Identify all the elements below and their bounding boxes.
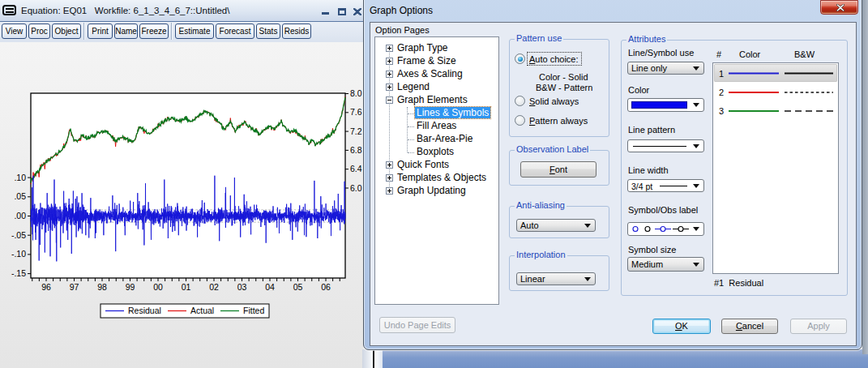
svg-text:6.0: 6.0 [350, 183, 362, 193]
svg-text:-.10: -.10 [11, 249, 26, 259]
svg-text:3: 3 [719, 106, 724, 116]
svg-text:Residual: Residual [128, 306, 161, 315]
svg-text:7.6: 7.6 [350, 107, 362, 117]
svg-text:01: 01 [182, 282, 191, 292]
svg-text:2: 2 [719, 88, 724, 97]
svg-text:7.2: 7.2 [350, 126, 362, 136]
svg-text:06: 06 [321, 282, 331, 292]
svg-text:.10: .10 [14, 173, 26, 182]
svg-text:Actual: Actual [190, 306, 214, 315]
svg-text:05: 05 [293, 282, 303, 292]
svg-text:02: 02 [209, 282, 219, 292]
svg-text:04: 04 [265, 282, 275, 292]
svg-text:8.0: 8.0 [350, 88, 362, 98]
svg-text:00: 00 [153, 282, 163, 292]
svg-text:.00: .00 [14, 211, 26, 220]
svg-text:03: 03 [237, 282, 247, 292]
svg-text:Fitted: Fitted [243, 306, 264, 315]
svg-text:6.8: 6.8 [350, 145, 362, 155]
svg-text:.05: .05 [14, 191, 26, 201]
svg-text:-.15: -.15 [11, 268, 26, 278]
svg-text:6.4: 6.4 [350, 164, 362, 173]
svg-text:-.05: -.05 [11, 230, 26, 240]
svg-text:96: 96 [41, 282, 51, 292]
svg-text:97: 97 [70, 282, 79, 292]
svg-text:98: 98 [97, 282, 107, 292]
svg-text:1: 1 [719, 69, 724, 79]
svg-text:99: 99 [126, 282, 135, 292]
